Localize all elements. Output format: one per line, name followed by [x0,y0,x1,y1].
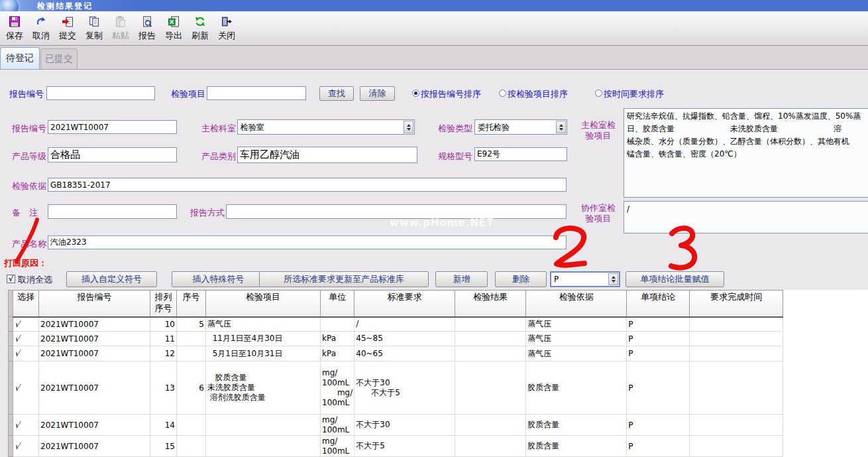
cell-result [455,346,526,361]
report-no-label: 报告编号 [12,123,46,135]
column-header-due[interactable]: 要求完成时间 [690,291,783,317]
coop-items-textarea[interactable]: / [624,201,868,233]
spec-model-field[interactable] [474,147,567,161]
report-icon [141,16,153,29]
tab-pending[interactable]: 待登记 [0,47,40,69]
uncheck-all-checkbox[interactable]: √ [7,275,15,283]
cell-basis: 蒸气压 [526,317,627,332]
product-type-field[interactable] [237,147,417,163]
batch-assign-button[interactable]: 单项结论批量赋值 [625,271,724,287]
conclusion-combo[interactable]: P [550,271,620,287]
report-no-search-input[interactable] [46,86,155,100]
table-row[interactable]: √2021WT1000714mg/100mL不大于30胶质含量P [9,415,783,436]
inspect-type-combo[interactable]: 委托检验 [474,119,567,135]
column-header-requirement[interactable]: 标准要求 [354,291,455,317]
cell-requirement: 不大于5 [354,436,455,457]
clear-button[interactable]: 清除 [360,86,395,101]
cell-conclusion: P [627,361,690,415]
cell-conclusion: P [627,436,690,457]
main-items-textarea[interactable]: 研究法辛烷值、抗爆指数、铅含量、馏程、10%蒸发温度、50%蒸日、胶质含量 未洗… [624,108,868,198]
find-button[interactable]: 查找 [319,86,354,101]
export-button-label: 导出 [165,30,182,42]
table-row[interactable]: √2021WT1000712 5月1日至10月31日kPa40~65蒸气压P [9,346,783,361]
row-indicator[interactable] [9,332,13,346]
sort-radio-0[interactable] [412,90,419,97]
cell-seq: 5 [177,317,206,332]
conclusion-combo-value: P [554,275,559,284]
action-button-4[interactable]: 删除 [495,271,547,287]
sort-radio-label-1: 按检验项目排序 [508,88,568,100]
cancel-button[interactable]: 取消 [28,13,54,45]
product-name-field[interactable] [48,235,567,249]
close-button[interactable]: 关闭 [213,13,240,45]
export-button[interactable]: 导出 [160,13,187,45]
row-indicator[interactable] [9,361,13,415]
report-button[interactable]: 报告 [134,13,160,45]
save-button[interactable]: 保存 [1,13,28,45]
copy-icon [88,16,100,29]
action-button-1[interactable]: 插入特殊符号 [172,271,265,287]
column-header-basis[interactable]: 检验依据 [526,291,627,317]
column-header-report_no[interactable]: 报告编号 [39,291,150,317]
sort-radio-2[interactable] [595,90,602,97]
cell-requirement: 45~85 [354,332,455,346]
row-indicator[interactable] [9,317,13,332]
sort-radio-label-2: 按时间要求排序 [604,88,664,100]
column-header-conclusion[interactable]: 单项结论 [627,291,690,317]
action-button-0[interactable]: 插入自定义符号 [66,271,157,287]
column-header-result[interactable]: 检验结果 [455,291,526,317]
tab-submitted[interactable]: 已提交 [40,48,78,69]
column-header-unit[interactable]: 单位 [321,291,354,317]
action-button-2[interactable]: 所选标准要求更新至产品标准库 [259,271,429,287]
watermark: www.pHome.NET [390,217,494,229]
cell-requirement: 不大于30 不大于5 [354,361,455,415]
row-indicator[interactable] [9,346,13,361]
spinner-icon[interactable] [556,121,566,133]
cell-result [455,415,526,436]
coop-items-value: / [627,203,868,216]
cell-order_no: 10 [150,317,177,332]
submit-icon [62,16,74,29]
product-type-label: 产品类别 [201,151,236,163]
refresh-button[interactable]: 刷新 [187,13,213,45]
table-row[interactable]: √2021WT1000711 11月1日至4月30日kPa45~85蒸气压P [9,332,783,346]
table-row[interactable]: √2021WT10007105蒸气压/蒸气压P [9,317,783,332]
inspect-type-value: 委托检验 [478,121,510,133]
table-row[interactable]: √2021WT1000715mg/100mL不大于5胶质含量P [9,436,783,457]
toolbar: 保存取消提交复制粘贴报告导出刷新关闭 [0,11,868,46]
sort-radio-1[interactable] [499,90,506,97]
cell-due [690,361,783,415]
row-indicator[interactable] [9,436,13,457]
column-header-seq[interactable]: 序号 [177,291,206,317]
sort-radio-label-0: 按报告编号排序 [421,88,481,100]
cell-report_no: 2021WT10007 [39,415,150,436]
submit-button[interactable]: 提交 [54,13,81,45]
item-search-input[interactable] [207,86,306,100]
export-icon [168,16,180,29]
main-dept-combo[interactable]: 检验室 [237,119,415,135]
paste-icon [115,16,127,29]
spinner-icon[interactable] [608,273,618,285]
cell-conclusion: P [627,415,690,436]
product-grade-field[interactable] [48,147,177,163]
main-items-line: 锰含量、铁含量、密度（20℃） [627,148,868,161]
cell-basis: 胶质含量 [526,361,627,415]
column-header-item[interactable]: 检验项目 [206,291,321,317]
cell-seq [177,436,206,457]
main-items-line: 研究法辛烷值、抗爆指数、铅含量、馏程、10%蒸发温度、50%蒸 [627,110,868,123]
column-header-order_no[interactable]: 排列序号 [150,291,177,317]
action-button-3[interactable]: 新增 [435,271,488,287]
column-header-selected[interactable]: 选择 [13,291,39,317]
inspect-basis-field[interactable] [48,178,567,192]
cell-basis: 胶质含量 [526,436,627,457]
copy-button[interactable]: 复制 [81,13,107,45]
cell-due [690,436,783,457]
report-no-field[interactable] [48,120,177,134]
table-row[interactable]: √2021WT10007136 胶质含量未洗胶质含量 溶剂洗胶质含量mg/100… [9,361,783,415]
product-name-label: 产品名称 [12,238,46,250]
remark-field[interactable] [48,204,177,219]
cell-unit: kPa [321,346,354,361]
window-title: 检测结果登记 [37,1,93,12]
spinner-icon[interactable] [404,121,413,133]
row-indicator[interactable] [9,415,13,436]
